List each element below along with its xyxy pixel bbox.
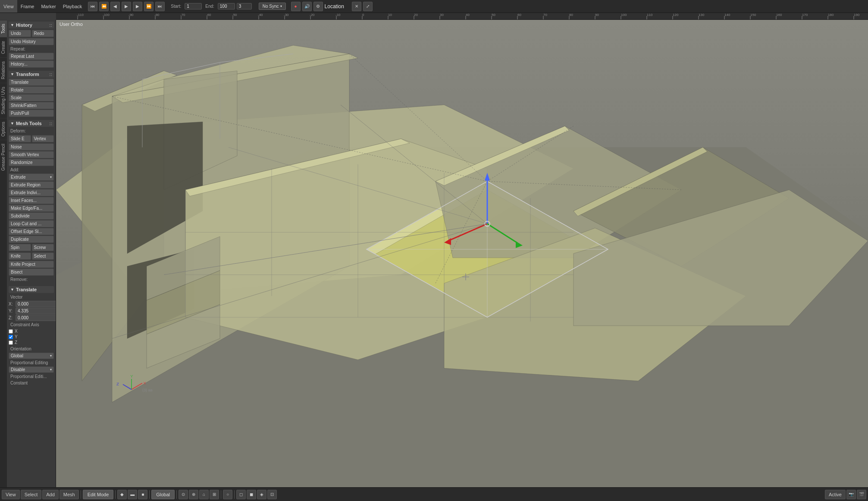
- svg-text:-30: -30: [284, 13, 289, 17]
- mute-btn[interactable]: 🔊: [302, 2, 312, 11]
- transform-header[interactable]: ▼ Transform ::: [9, 71, 54, 78]
- jump-start-btn[interactable]: ⏮: [88, 2, 97, 11]
- undo-history-btn[interactable]: Undo History: [9, 38, 54, 45]
- maximize-btn[interactable]: ⤢: [363, 2, 373, 11]
- view-icon-4[interactable]: ⊡: [267, 490, 277, 499]
- vertical-tabs: Tools Create Relations Shading / UVs Opt…: [0, 20, 7, 487]
- disable-proportional-btn[interactable]: Disable: [9, 366, 54, 373]
- view-icon-2[interactable]: ◼: [247, 490, 256, 499]
- select-menu-btn[interactable]: Select: [21, 490, 42, 499]
- edge-select-btn[interactable]: ▬: [128, 490, 137, 499]
- timeline-settings-btn[interactable]: ⚙: [313, 2, 323, 11]
- history-dots-btn[interactable]: History...: [9, 60, 54, 68]
- scale-btn[interactable]: Scale: [9, 94, 54, 101]
- loop-cut-btn[interactable]: Loop Cut and ...: [9, 220, 54, 227]
- offset-edge-btn[interactable]: Offset Edge Sl...: [9, 228, 54, 235]
- play-btn[interactable]: ▶: [122, 2, 131, 11]
- vtab-shading[interactable]: Shading / UVs: [0, 83, 7, 118]
- snap-icon-2[interactable]: ⊕: [189, 490, 198, 499]
- menu-frame[interactable]: Frame: [17, 0, 38, 13]
- orientation-btn[interactable]: Global: [151, 490, 175, 499]
- x-input[interactable]: [16, 301, 56, 307]
- undo-btn[interactable]: Undo: [9, 30, 31, 37]
- duplicate-btn[interactable]: Duplicate: [9, 236, 54, 243]
- proportional-edit-label: Proportional Editi...: [9, 373, 54, 380]
- extrude-indiv-btn[interactable]: Extrude Indivi...: [9, 189, 54, 196]
- x-field-row: X:: [9, 301, 54, 307]
- add-menu-btn[interactable]: Add: [42, 490, 59, 499]
- start-frame-input[interactable]: [185, 3, 202, 9]
- mode-icons: ◻ ◼ ◈ ⊡: [236, 490, 277, 499]
- edit-mode-btn[interactable]: Edit Mode: [83, 490, 114, 499]
- history-header[interactable]: ▼ History ::: [9, 22, 54, 28]
- vtab-tools[interactable]: Tools: [0, 20, 7, 37]
- y-axis-checkbox[interactable]: [9, 335, 13, 339]
- x-axis-row: X: [9, 329, 54, 334]
- y-input[interactable]: [16, 308, 56, 314]
- view-icon-3[interactable]: ◈: [257, 490, 266, 499]
- spin-btn[interactable]: Spin: [9, 244, 31, 251]
- menu-view[interactable]: View: [0, 0, 17, 13]
- jump-end-btn[interactable]: ⏭: [155, 2, 165, 11]
- menu-playback[interactable]: Playback: [60, 0, 86, 13]
- menu-marker[interactable]: Marker: [38, 0, 59, 13]
- record-btn[interactable]: ●: [291, 2, 301, 11]
- snap-icon-1[interactable]: ⊙: [179, 490, 188, 499]
- vertex-btn[interactable]: Vertex: [32, 135, 54, 142]
- vtab-grease-pencil[interactable]: Grease Pencil: [0, 140, 7, 174]
- deform-label: Deform:: [9, 128, 54, 134]
- subdivide-btn[interactable]: Subdivide: [9, 212, 54, 220]
- vtab-options[interactable]: Options: [0, 118, 7, 140]
- svg-text:130: 130: [699, 13, 705, 17]
- x-axis-checkbox[interactable]: [9, 329, 13, 334]
- noise-btn[interactable]: Noise: [9, 143, 54, 151]
- make-edge-btn[interactable]: Make Edge/Fa...: [9, 205, 54, 212]
- left-sidebar: ▼ History :: Undo Redo Undo History Repe…: [7, 20, 56, 487]
- extrude-btn[interactable]: Extrude: [9, 173, 54, 181]
- prev-keyframe-btn[interactable]: ⏪: [99, 2, 109, 11]
- camera-icon-2[interactable]: 🎬: [857, 490, 866, 499]
- snap-icon-4[interactable]: ⊞: [210, 490, 219, 499]
- prev-frame-btn[interactable]: ◀: [110, 2, 120, 11]
- bisect-btn[interactable]: Bisect: [9, 268, 54, 276]
- main-viewport[interactable]: User Ortho: [56, 20, 868, 487]
- translate-header[interactable]: ▼ Translate: [9, 286, 54, 293]
- randomize-btn[interactable]: Randomize: [9, 159, 54, 166]
- sync-dropdown[interactable]: No Sync: [259, 3, 286, 10]
- translate-btn[interactable]: Translate: [9, 79, 54, 86]
- push-pull-btn[interactable]: Push/Pull: [9, 110, 54, 117]
- inset-faces-btn[interactable]: Inset Faces...: [9, 197, 54, 204]
- redo-btn[interactable]: Redo: [32, 30, 54, 37]
- slide-e-btn[interactable]: Slide E: [9, 135, 31, 142]
- mesh-tools-header[interactable]: ▼ Mesh Tools ::: [9, 120, 54, 127]
- z-axis-checkbox[interactable]: [9, 340, 13, 345]
- close-timeline-btn[interactable]: ✕: [352, 2, 361, 11]
- knife-btn[interactable]: Knife: [9, 252, 31, 260]
- proportional-icon[interactable]: ○: [223, 490, 232, 499]
- shrink-fatten-btn[interactable]: Shrink/Fatten: [9, 102, 54, 109]
- mesh-menu-btn[interactable]: Mesh: [60, 490, 79, 499]
- vtab-create[interactable]: Create: [0, 37, 7, 57]
- view-menu-btn[interactable]: View: [2, 490, 20, 499]
- screw-btn[interactable]: Screw: [32, 244, 54, 251]
- rotate-btn[interactable]: Rotate: [9, 86, 54, 94]
- sep1: [81, 490, 81, 499]
- active-btn[interactable]: Active: [825, 490, 846, 499]
- vtab-relations[interactable]: Relations: [0, 57, 7, 83]
- current-frame-input[interactable]: [237, 3, 252, 9]
- z-input[interactable]: [16, 315, 56, 321]
- extrude-region-btn[interactable]: Extrude Region: [9, 181, 54, 189]
- face-select-btn[interactable]: ■: [138, 490, 147, 499]
- next-keyframe-btn[interactable]: ⏩: [144, 2, 154, 11]
- snap-icon-3[interactable]: ⌂: [199, 490, 209, 499]
- camera-icon-1[interactable]: 📷: [846, 490, 856, 499]
- global-orientation-btn[interactable]: Global: [9, 353, 54, 359]
- vertex-select-btn[interactable]: ◆: [117, 490, 127, 499]
- knife-project-btn[interactable]: Knife Project: [9, 261, 54, 268]
- select-btn[interactable]: Select: [32, 252, 54, 260]
- repeat-last-btn[interactable]: Repeat Last: [9, 53, 54, 60]
- view-icon-1[interactable]: ◻: [236, 490, 246, 499]
- next-frame-btn[interactable]: ▶: [133, 2, 142, 11]
- smooth-vertex-btn[interactable]: Smooth Vertex: [9, 151, 54, 158]
- end-frame-input[interactable]: [218, 3, 235, 9]
